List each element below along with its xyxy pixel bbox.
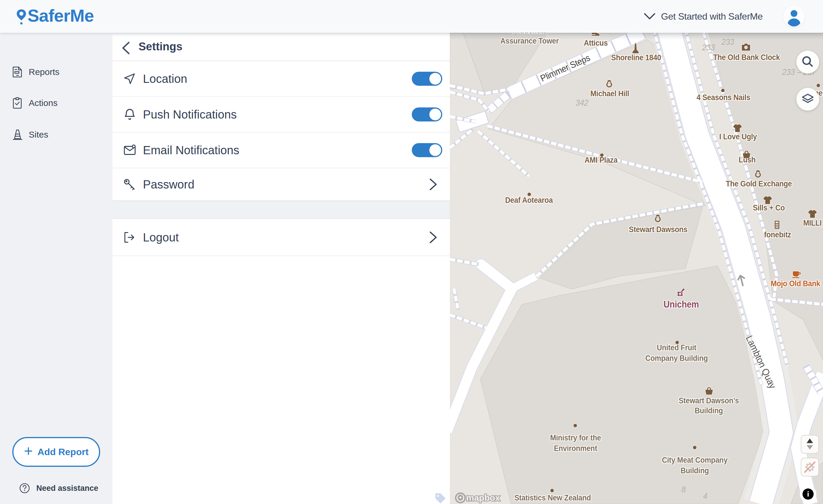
svg-text:mapbox: mapbox <box>466 493 500 503</box>
